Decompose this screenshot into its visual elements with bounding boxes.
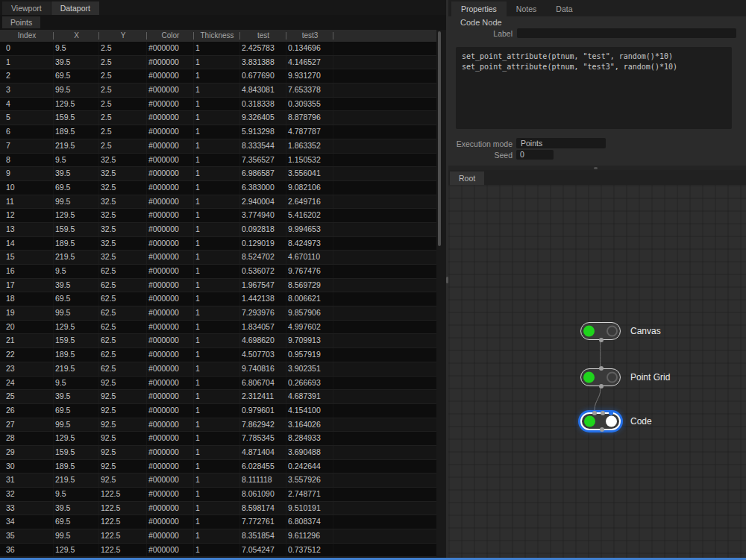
- table-row[interactable]: 2539.592.5#00000012.3124114.687391: [0, 390, 436, 404]
- tab-root[interactable]: Root: [450, 172, 484, 185]
- tab-properties[interactable]: Properties: [451, 1, 507, 16]
- table-cell: 62.5: [99, 292, 147, 306]
- table-row[interactable]: 1999.562.5#00000017.2939769.857906: [0, 306, 436, 321]
- node-enable-toggle[interactable]: [584, 416, 595, 427]
- table-row[interactable]: 1199.532.5#00000012.9400042.649716: [0, 195, 436, 210]
- node-point-grid[interactable]: Point Grid: [580, 368, 670, 386]
- table-row[interactable]: 139.52.5#00000013.8313884.146527: [0, 56, 436, 70]
- execution-mode-select[interactable]: Points: [516, 138, 606, 148]
- table-cell: 7.356527: [240, 154, 286, 167]
- table-cell-filler: [333, 502, 436, 515]
- node-graph[interactable]: CanvasPoint GridCode: [448, 185, 746, 558]
- table-cell: 1.863352: [286, 139, 333, 153]
- table-row[interactable]: 29159.592.5#00000014.8714043.690488: [0, 446, 436, 460]
- table-row[interactable]: 23219.562.5#00000019.7408163.902351: [0, 362, 436, 377]
- column-header-color[interactable]: Color: [147, 30, 194, 42]
- table-cell: 4.687391: [286, 390, 333, 403]
- table-row[interactable]: 14189.532.5#00000010.1290198.424973: [0, 237, 436, 251]
- input-connector[interactable]: [599, 366, 604, 371]
- table-cell-filler: [333, 167, 436, 180]
- node-display-toggle[interactable]: [606, 416, 617, 427]
- table-row[interactable]: 5159.52.5#00000019.3264058.878796: [0, 111, 436, 125]
- column-header-x[interactable]: X: [54, 30, 99, 42]
- table-cell: 3.557926: [286, 474, 333, 487]
- table-row[interactable]: 329.5122.5#00000018.0610902.748771: [0, 488, 436, 502]
- table-row[interactable]: 4129.52.5#00000010.3183380.309355: [0, 98, 436, 112]
- column-header-index[interactable]: Index: [0, 30, 54, 42]
- table-row[interactable]: 3469.5122.5#00000017.7727616.808374: [0, 515, 436, 529]
- output-connector[interactable]: [599, 338, 604, 342]
- table-cell-filler: [333, 223, 436, 236]
- table-row[interactable]: 12129.532.5#00000013.7749405.416202: [0, 209, 436, 223]
- node-display-toggle[interactable]: [606, 372, 618, 383]
- table-cell: 17: [0, 279, 54, 292]
- column-header-test3[interactable]: test3: [286, 30, 333, 42]
- table-cell: #000000: [147, 111, 194, 125]
- table-row[interactable]: 09.52.5#00000012.4257830.134696: [0, 42, 436, 56]
- table-row[interactable]: 30189.592.5#00000016.0284550.242644: [0, 460, 436, 474]
- node-code[interactable]: Code: [580, 412, 652, 430]
- table-row[interactable]: 1069.532.5#00000016.3830009.082106: [0, 181, 436, 195]
- column-header-test[interactable]: test: [240, 30, 286, 42]
- input-connector[interactable]: [592, 411, 597, 415]
- table-row[interactable]: 269.52.5#00000010.6776909.931270: [0, 69, 436, 84]
- table-row[interactable]: 2799.592.5#00000017.8629423.164026: [0, 418, 436, 432]
- table-row[interactable]: 22189.562.5#00000014.5077030.957919: [0, 348, 436, 362]
- label-input[interactable]: [517, 28, 736, 38]
- table-cell: 1: [194, 195, 240, 209]
- node-enable-toggle[interactable]: [583, 326, 595, 337]
- node-display-toggle[interactable]: [606, 326, 618, 337]
- output-connector[interactable]: [600, 427, 604, 432]
- table-row[interactable]: 1739.562.5#00000011.9675478.569729: [0, 279, 436, 293]
- node-enable-toggle[interactable]: [583, 372, 595, 383]
- column-header-y[interactable]: Y: [99, 30, 147, 42]
- node-pill[interactable]: [580, 322, 621, 340]
- table-row[interactable]: 2669.592.5#00000010.9796014.154100: [0, 404, 436, 418]
- node-pill[interactable]: [580, 412, 621, 430]
- table-cell: 29: [0, 446, 54, 459]
- table-row[interactable]: 89.532.5#00000017.3565271.150532: [0, 154, 436, 168]
- table-row[interactable]: 13159.532.5#00000010.0928189.994653: [0, 223, 436, 237]
- table-cell-filler: [333, 209, 436, 222]
- table-cell: 1: [194, 237, 240, 251]
- table-row[interactable]: 21159.562.5#00000014.6986209.709913: [0, 334, 436, 348]
- table-row[interactable]: 399.52.5#00000014.8430817.653378: [0, 84, 436, 98]
- table-cell: 20: [0, 321, 54, 334]
- table-cell: 27: [0, 418, 54, 432]
- tab-notes[interactable]: Notes: [507, 1, 546, 16]
- table-row[interactable]: 20129.562.5#00000011.8340574.997602: [0, 321, 436, 335]
- table-cell: 9.611296: [286, 529, 333, 543]
- table-scrollbar[interactable]: [438, 31, 441, 246]
- output-connector[interactable]: [599, 384, 604, 388]
- column-header-thickness[interactable]: Thickness: [194, 30, 240, 42]
- table-row[interactable]: 6189.52.5#00000015.9132984.787787: [0, 125, 436, 139]
- table-cell: 3.902351: [286, 362, 333, 376]
- table-cell: 1: [194, 111, 240, 125]
- table-row[interactable]: 7219.52.5#00000018.3335441.863352: [0, 139, 436, 154]
- seed-input[interactable]: 0: [516, 150, 554, 160]
- code-editor[interactable]: set_point_attribute(ptnum, "test", rando…: [456, 47, 732, 129]
- table-cell: 1: [194, 321, 240, 334]
- table-row[interactable]: 31219.592.5#00000018.1111183.557926: [0, 474, 436, 488]
- tab-data[interactable]: Data: [546, 1, 582, 16]
- node-pill[interactable]: [580, 368, 621, 386]
- table-cell: 9.510191: [286, 502, 333, 515]
- table-row[interactable]: 3599.5122.5#00000018.3518549.611296: [0, 529, 436, 544]
- input-connector[interactable]: [601, 411, 605, 415]
- table-cell: 7.653378: [286, 84, 333, 97]
- table-cell: #000000: [147, 362, 194, 376]
- tab-points[interactable]: Points: [2, 16, 40, 28]
- table-cell: #000000: [147, 69, 194, 83]
- table-row[interactable]: 1869.562.5#00000011.4421388.006621: [0, 292, 436, 306]
- node-canvas[interactable]: Canvas: [580, 322, 661, 340]
- table-row[interactable]: 15219.532.5#00000018.5247024.670110: [0, 251, 436, 265]
- table-row[interactable]: 169.562.5#00000010.5360729.767476: [0, 265, 436, 279]
- table-cell-filler: [333, 348, 436, 362]
- table-row[interactable]: 3339.5122.5#00000018.5981749.510191: [0, 502, 436, 516]
- table-row[interactable]: 249.592.5#00000016.8067040.266693: [0, 377, 436, 391]
- table-row[interactable]: 939.532.5#00000016.9865873.556041: [0, 167, 436, 181]
- table-row[interactable]: 28129.592.5#00000017.7853458.284933: [0, 432, 436, 446]
- tab-dataport[interactable]: Dataport: [51, 1, 99, 15]
- tab-viewport[interactable]: Viewport: [2, 1, 51, 15]
- table-row[interactable]: 36129.5122.5#00000017.0542470.737512: [0, 544, 436, 558]
